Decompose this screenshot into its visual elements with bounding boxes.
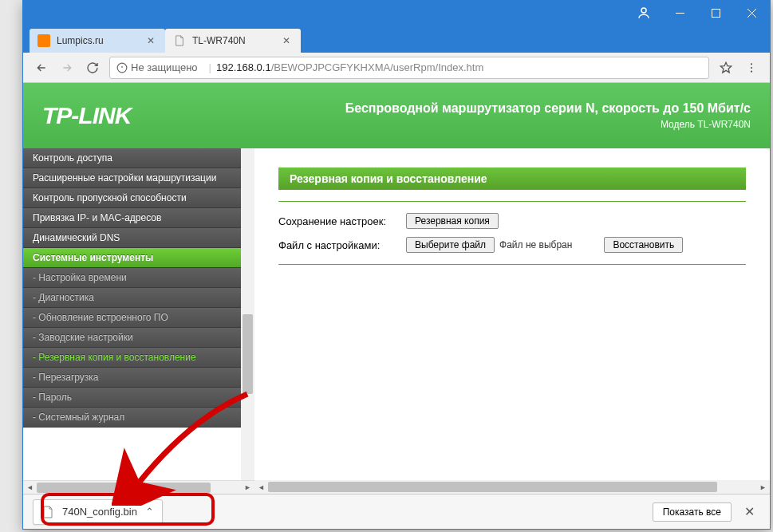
favicon-icon	[37, 34, 50, 47]
forward-button[interactable]	[55, 56, 79, 80]
minimize-button[interactable]	[662, 1, 698, 25]
page-content: TP-LINK Беспроводной маршрутизатор серии…	[23, 83, 770, 494]
sidebar-vscrollbar[interactable]	[241, 148, 254, 480]
sidebar: Контроль доступаРасширенные настройки ма…	[23, 148, 254, 494]
insecure-label: Не защищено	[131, 61, 198, 73]
tab-title: Lumpics.ru	[57, 35, 140, 46]
close-button[interactable]	[734, 1, 770, 25]
sidebar-item[interactable]: - Резервная копия и восстановление	[23, 348, 254, 368]
sidebar-item[interactable]: - Пароль	[23, 388, 254, 408]
main-hscrollbar[interactable]: ◄►	[254, 480, 770, 494]
window-titlebar	[23, 1, 770, 25]
show-all-button[interactable]: Показать все	[653, 502, 732, 522]
sidebar-item[interactable]: - Настройка времени	[23, 268, 254, 288]
header-title: Беспроводной маршрутизатор серии N, скор…	[345, 101, 751, 116]
url-path: /BEWOPJPCGFYKHXMA/userRpm/Index.htm	[271, 61, 484, 73]
downloadbar-close-icon[interactable]: ✕	[738, 501, 760, 523]
svg-point-3	[751, 63, 752, 65]
file-icon	[41, 506, 54, 518]
bookmark-button[interactable]	[714, 56, 738, 80]
sidebar-item[interactable]: - Диагностика	[23, 288, 254, 308]
download-bar: 740N_config.bin ⌃ Показать все ✕	[23, 494, 770, 529]
tab-close-icon[interactable]: ✕	[144, 34, 157, 47]
sidebar-item[interactable]: - Заводские настройки	[23, 328, 254, 348]
sidebar-item[interactable]: Расширенные настройки маршрутизации	[23, 168, 254, 188]
svg-point-4	[751, 66, 752, 68]
chevron-up-icon[interactable]: ⌃	[145, 506, 154, 518]
header-model: Модель TL-WR740N	[345, 119, 751, 130]
no-file-label: Файл не выбран	[499, 239, 572, 250]
restore-button[interactable]: Восстановить	[604, 237, 683, 253]
browser-window: Lumpics.ru ✕ TL-WR740N ✕ Не защищено |	[22, 0, 771, 530]
panel-title: Резервная копия и восстановление	[278, 167, 746, 190]
sidebar-hscrollbar[interactable]: ◄►	[23, 480, 254, 494]
favicon-icon	[173, 34, 186, 47]
user-icon[interactable]	[632, 1, 656, 25]
reload-button[interactable]	[81, 56, 105, 80]
backup-button[interactable]: Резервная копия	[406, 213, 499, 229]
insecure-indicator[interactable]: Не защищено	[116, 61, 198, 73]
sidebar-item[interactable]: Контроль пропускной способности	[23, 188, 254, 208]
tab-strip: Lumpics.ru ✕ TL-WR740N ✕	[23, 25, 770, 53]
sidebar-item[interactable]: Контроль доступа	[23, 148, 254, 168]
main-panel: Резервная копия и восстановление Сохране…	[254, 148, 770, 494]
sidebar-item[interactable]: - Перезагрузка	[23, 368, 254, 388]
url-host: 192.168.0.1	[216, 61, 271, 73]
sidebar-item[interactable]: - Обновление встроенного ПО	[23, 308, 254, 328]
save-settings-label: Сохранение настроек:	[278, 215, 406, 227]
tplink-header: TP-LINK Беспроводной маршрутизатор серии…	[23, 83, 770, 148]
address-bar: Не защищено | 192.168.0.1/BEWOPJPCGFYKHX…	[23, 53, 770, 83]
tab-close-icon[interactable]: ✕	[280, 34, 293, 47]
sidebar-item[interactable]: - Системный журнал	[23, 408, 254, 428]
tab-title: TL-WR740N	[192, 35, 275, 46]
tab-lumpics[interactable]: Lumpics.ru ✕	[30, 29, 165, 53]
svg-point-5	[751, 70, 752, 72]
svg-point-0	[641, 8, 646, 13]
download-filename: 740N_config.bin	[62, 506, 137, 518]
back-button[interactable]	[30, 56, 53, 80]
menu-button[interactable]	[739, 56, 763, 80]
maximize-button[interactable]	[698, 1, 734, 25]
tab-tlwr740n[interactable]: TL-WR740N ✕	[165, 29, 301, 53]
download-item[interactable]: 740N_config.bin ⌃	[33, 499, 163, 525]
file-settings-label: Файл с настройками:	[278, 239, 406, 251]
sidebar-item[interactable]: Динамический DNS	[23, 228, 254, 248]
svg-rect-1	[712, 9, 720, 17]
sidebar-item[interactable]: Привязка IP- и MAC-адресов	[23, 208, 254, 228]
sidebar-item[interactable]: Системные инструменты	[23, 248, 254, 268]
choose-file-button[interactable]: Выберите файл	[406, 237, 495, 253]
url-input[interactable]: Не защищено | 192.168.0.1/BEWOPJPCGFYKHX…	[109, 57, 709, 79]
tplink-logo: TP-LINK	[42, 102, 131, 129]
